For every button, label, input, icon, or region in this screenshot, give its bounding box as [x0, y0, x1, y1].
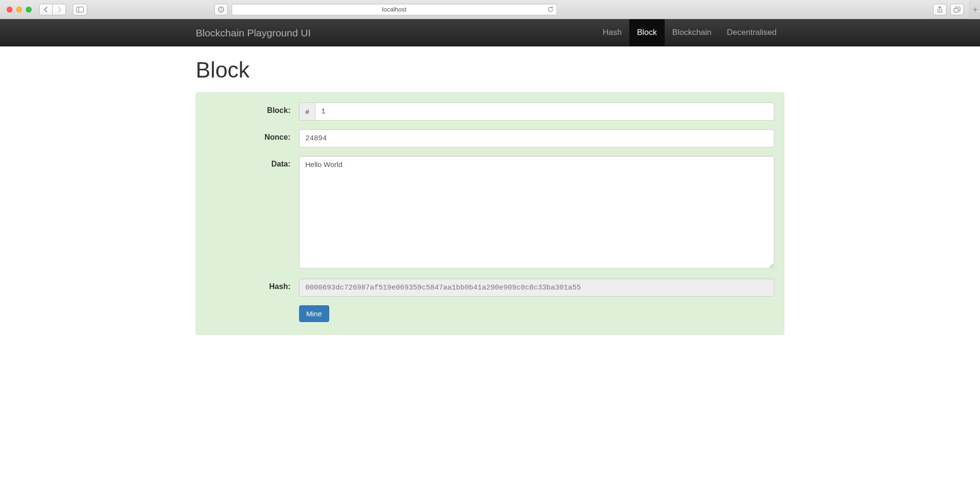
- nonce-label: Nonce:: [206, 129, 299, 142]
- nav-link-hash[interactable]: Hash: [595, 19, 630, 46]
- block-label: Block:: [206, 102, 299, 115]
- data-label: Data:: [206, 156, 299, 168]
- window-close-icon[interactable]: [7, 7, 12, 12]
- block-input[interactable]: [315, 102, 774, 121]
- data-textarea[interactable]: [299, 156, 774, 268]
- forward-button[interactable]: [53, 4, 66, 15]
- share-button[interactable]: [933, 4, 947, 15]
- browser-chrome: localhost: [0, 0, 980, 19]
- nav-back-forward-group: [39, 4, 66, 15]
- nav-link-decentralised[interactable]: Decentralised: [719, 19, 784, 46]
- sidebar-icon: [76, 7, 84, 12]
- navbar-brand[interactable]: Blockchain Playground UI: [196, 19, 311, 46]
- sidebar-toggle-button[interactable]: [73, 4, 87, 15]
- block-addon: #: [299, 102, 315, 121]
- chevron-right-icon: [57, 7, 62, 12]
- navbar-links: Hash Block Blockchain Decentralised: [595, 19, 784, 46]
- reader-button[interactable]: [214, 4, 228, 15]
- navbar: Blockchain Playground UI Hash Block Bloc…: [0, 19, 980, 46]
- tabs-icon: [954, 7, 960, 12]
- nav-link-block[interactable]: Block: [629, 19, 665, 46]
- nonce-input[interactable]: [299, 129, 774, 147]
- window-traffic-lights: [7, 7, 32, 12]
- mine-button[interactable]: Mine: [299, 305, 329, 322]
- hash-label: Hash:: [206, 278, 299, 291]
- url-text: localhost: [382, 6, 406, 13]
- page-title: Block: [196, 57, 784, 83]
- hash-output: [299, 278, 774, 297]
- reader-icon: [218, 6, 224, 13]
- chevron-left-icon: [44, 7, 48, 12]
- window-zoom-icon[interactable]: [26, 7, 32, 12]
- new-tab-button[interactable]: [969, 0, 980, 19]
- plus-icon: [973, 7, 978, 12]
- svg-rect-6: [954, 8, 959, 12]
- window-minimize-icon[interactable]: [16, 7, 22, 12]
- url-bar[interactable]: localhost: [232, 4, 557, 15]
- block-panel: Block: # Nonce: Data: Hash:: [196, 92, 784, 335]
- svg-point-4: [221, 10, 222, 11]
- share-icon: [937, 6, 943, 13]
- tabs-button[interactable]: [950, 4, 964, 15]
- reload-icon: [547, 6, 554, 12]
- svg-rect-0: [77, 7, 84, 12]
- nav-link-blockchain[interactable]: Blockchain: [665, 19, 719, 46]
- reload-button[interactable]: [547, 6, 554, 12]
- back-button[interactable]: [39, 4, 53, 15]
